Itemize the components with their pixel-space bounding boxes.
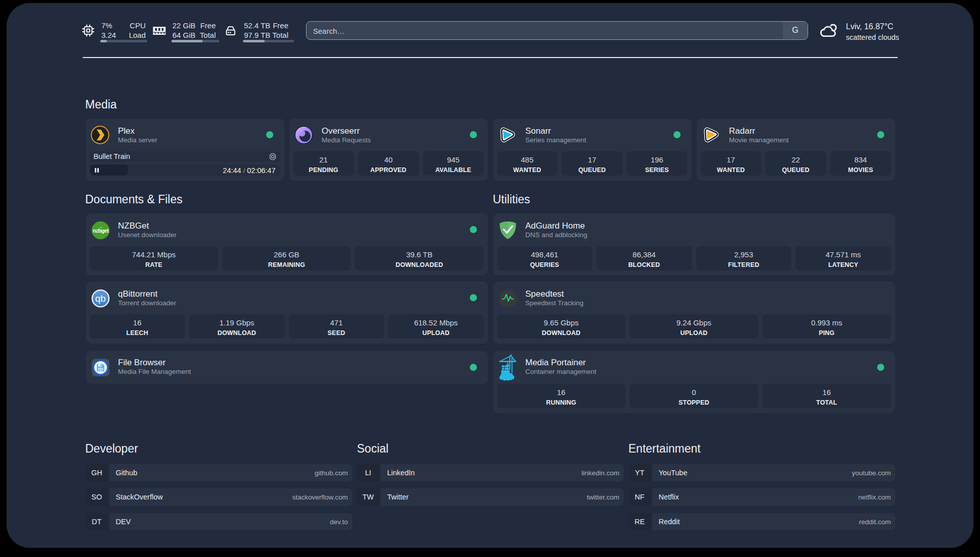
- svg-text:nzbget: nzbget: [93, 228, 109, 234]
- svg-text:qb: qb: [95, 293, 106, 303]
